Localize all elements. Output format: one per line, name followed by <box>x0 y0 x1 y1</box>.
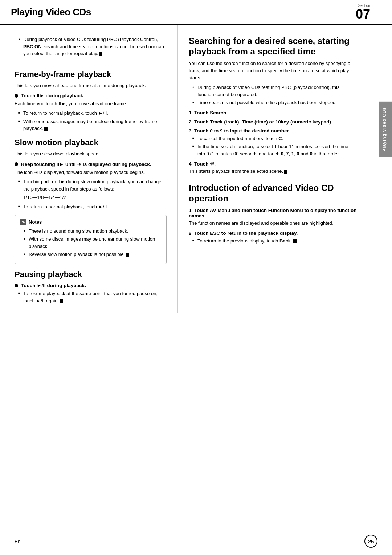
bullet-circle-icon-2 <box>15 162 18 166</box>
step-2-heading: 2 Touch Track (track), Time (time) or 10… <box>189 119 357 125</box>
searching-bullet-2: Time search is not possible when disc pl… <box>192 99 357 106</box>
slow-motion-heading: Slow motion playback <box>15 138 167 147</box>
step-4-body: This starts playback from the selected s… <box>189 168 357 175</box>
bullet-circle-icon-3 <box>15 284 18 287</box>
frame-by-frame-body: This lets you move ahead one frame at a … <box>15 82 167 89</box>
slow-bullet-list: Touching ◄II or II► during slow motion p… <box>15 178 167 192</box>
step-3-bullet-2: In the time search function, to select 1… <box>192 143 357 157</box>
frame-by-frame-heading: Frame-by-frame playback <box>15 70 167 79</box>
intro-step-2-heading: 2 Touch ESC to return to the playback di… <box>189 230 357 236</box>
searching-heading: Searching for a desired scene, starting … <box>189 36 357 57</box>
pausing-bullet-list: To resume playback at the same point tha… <box>15 290 167 304</box>
notes-box: ✎ Notes There is no sound during slow mo… <box>15 215 167 264</box>
pausing-sub-heading: Touch ►/II during playback. <box>15 283 167 288</box>
section-info: Section 07 <box>356 4 370 21</box>
stop-icon-6 <box>293 239 297 243</box>
stop-icon-3 <box>126 253 129 257</box>
intro-step-2-bullets: To return to the previous display, touch… <box>189 237 357 245</box>
step-3-heading: 3 Touch 0 to 9 to input the desired numb… <box>189 128 357 134</box>
slow-motion-body: This lets you slow down playback speed. <box>15 150 167 158</box>
step-3-bullets: To cancel the inputted numbers, touch C.… <box>189 135 357 158</box>
intro-heading: Introduction of advanced Video CD operat… <box>189 183 357 204</box>
page: Playing Video CDs Section 07 Playing Vid… <box>0 0 392 555</box>
notes-bullet-1: There is no sound during slow motion pla… <box>24 228 161 235</box>
step-1-heading: 1 Touch Search. <box>189 110 357 115</box>
searching-body: You can use the search function to searc… <box>189 60 357 82</box>
right-column: Searching for a desired scene, starting … <box>178 25 379 313</box>
frame-sub-body: Each time you touch II►, you move ahead … <box>15 100 167 107</box>
pausing-heading: Pausing playback <box>15 270 167 279</box>
left-column: During playback of Video CDs featuring P… <box>0 25 178 313</box>
bullet-circle-icon <box>15 94 18 98</box>
notes-icon: ✎ <box>20 219 26 225</box>
notes-bullet-2: With some discs, images may be unclear d… <box>24 236 161 250</box>
intro-step-1-heading: 1 Touch AV Menu and then touch Function … <box>189 208 357 219</box>
header: Playing Video CDs Section 07 <box>0 0 392 25</box>
frame-bullet-2: With some discs, images may be unclear d… <box>18 118 167 132</box>
frame-sub-heading-text: Touch II► during playback. <box>21 93 85 98</box>
slow-bullet-list-2: To return to normal playback, touch ►/II… <box>15 203 167 211</box>
searching-bullet-1: During playback of Video CDs featuring P… <box>192 84 357 98</box>
intro-step-1-body: The function names are displayed and ope… <box>189 220 357 227</box>
footer: En 25 <box>0 535 392 548</box>
step-3-bullet-1: To cancel the inputted numbers, touch C. <box>192 135 357 142</box>
footer-lang: En <box>15 539 20 544</box>
notes-title: ✎ Notes <box>20 219 161 225</box>
footer-page: 25 <box>364 535 377 548</box>
slow-bullet-2: To return to normal playback, touch ►/II… <box>18 203 167 211</box>
notes-bullet-3: Reverse slow motion playback is not poss… <box>24 251 161 258</box>
stop-icon-5 <box>284 170 287 174</box>
frame-bullet-list: To return to normal playback, touch ►/II… <box>15 110 167 132</box>
slow-steps-text: 1/16—1/8—1/4—1/2 <box>15 194 167 201</box>
section-number: 07 <box>356 8 370 21</box>
frame-bullet-1: To return to normal playback, touch ►/II… <box>18 110 167 117</box>
step-4-heading: 4 Touch ⏎. <box>189 161 357 167</box>
searching-bullet-list: During playback of Video CDs featuring P… <box>189 84 357 106</box>
stop-icon <box>99 52 102 56</box>
content-area: During playback of Video CDs featuring P… <box>0 25 392 313</box>
intro-bullet-item: During playback of Video CDs featuring P… <box>19 36 167 57</box>
pausing-sub-heading-text: Touch ►/II during playback. <box>21 283 86 288</box>
notes-label: Notes <box>29 219 42 225</box>
slow-sub-body: The icon ⇥ is displayed, forward slow mo… <box>15 169 167 176</box>
notes-bullet-list: There is no sound during slow motion pla… <box>20 228 161 258</box>
page-title: Playing Video CDs <box>11 7 91 18</box>
side-tab: Playing Video CDs <box>379 102 392 157</box>
pausing-bullet-1: To resume playback at the same point tha… <box>18 290 167 304</box>
slow-bullet-1: Touching ◄II or II► during slow motion p… <box>18 178 167 192</box>
stop-icon-4 <box>60 299 63 303</box>
intro-step-2-bullet-1: To return to the previous display, touch… <box>192 237 357 245</box>
slow-sub-heading: Keep touching II► until ⇥ is displayed d… <box>15 161 167 167</box>
slow-sub-heading-text: Keep touching II► until ⇥ is displayed d… <box>21 161 151 167</box>
intro-bullet: During playback of Video CDs featuring P… <box>15 32 167 64</box>
frame-sub-heading: Touch II► during playback. <box>15 93 167 98</box>
stop-icon-2 <box>44 127 48 131</box>
